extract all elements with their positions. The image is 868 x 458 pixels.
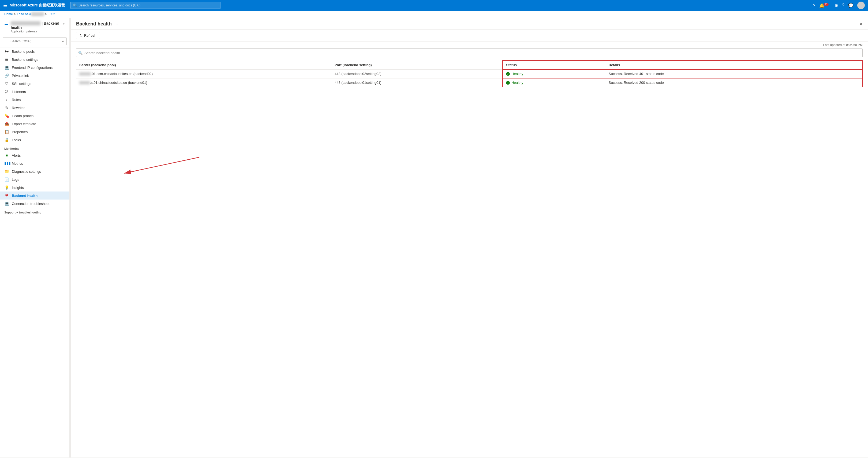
sidebar-item-properties[interactable]: 📋 Properties bbox=[0, 128, 69, 136]
breadcrumb-home[interactable]: Home bbox=[4, 12, 13, 16]
cell-port-1: 443 (backendpool02setting02) bbox=[331, 69, 503, 78]
listeners-icon: 🕊 bbox=[4, 90, 9, 94]
hamburger-menu-icon[interactable]: ☰ bbox=[3, 3, 7, 8]
refresh-button[interactable]: ↻ Refresh bbox=[76, 32, 100, 39]
sidebar-item-diagnostic-settings[interactable]: 📁 Diagnostic settings bbox=[0, 167, 69, 175]
breadcrumb: Home > Load balaxxxxxxxx > ...t02 bbox=[0, 11, 868, 18]
sidebar-item-backend-health[interactable]: ❤ Backend health bbox=[0, 192, 69, 200]
sidebar-item-label: Listeners bbox=[12, 90, 26, 94]
last-updated-label: Last updated at 8:05:50 PM bbox=[71, 41, 868, 48]
sidebar-item-label: Backend settings bbox=[12, 58, 38, 62]
sidebar-item-metrics[interactable]: ▮▮▮ Metrics bbox=[0, 159, 69, 167]
sidebar-item-label: Health probes bbox=[12, 114, 33, 118]
monitoring-section-label: Monitoring bbox=[0, 144, 69, 151]
svg-line-1 bbox=[124, 157, 199, 173]
cloud-shell-icon[interactable]: > bbox=[813, 3, 815, 8]
frontend-ip-icon: 💻 bbox=[4, 65, 9, 70]
status-healthy-badge: ✓ Healthy bbox=[506, 72, 602, 76]
sidebar-item-label: Logs bbox=[12, 177, 19, 182]
sidebar-item-label: Alerts bbox=[12, 154, 21, 158]
sidebar-search-container: 🔍 « bbox=[0, 35, 69, 47]
feedback-icon[interactable]: 💬 bbox=[848, 3, 854, 8]
content-toolbar: ↻ Refresh bbox=[71, 30, 868, 41]
sidebar-nav: 🕶 Backend pools ☰ Backend settings 💻 Fro… bbox=[0, 47, 69, 457]
app-gateway-icon: ☰ bbox=[4, 22, 8, 28]
sidebar-item-backend-pools[interactable]: 🕶 Backend pools bbox=[0, 47, 69, 56]
content-search-icon: 🔍 bbox=[78, 51, 83, 55]
col-header-server: Server (backend pool) bbox=[76, 61, 331, 69]
table-container: Server (backend pool) Port (Backend sett… bbox=[71, 60, 868, 87]
refresh-label: Refresh bbox=[84, 33, 96, 37]
global-search-bar[interactable]: 🔍 Search resources, services, and docs (… bbox=[70, 2, 220, 9]
private-link-icon: 🔗 bbox=[4, 73, 9, 78]
alerts-icon: ■ bbox=[4, 153, 9, 158]
sidebar-item-label: Connection troubleshoot bbox=[12, 202, 50, 206]
insights-icon: 💡 bbox=[4, 185, 9, 190]
refresh-icon: ↻ bbox=[80, 33, 83, 37]
sidebar-item-listeners[interactable]: 🕊 Listeners bbox=[0, 88, 69, 96]
topbar-actions: > 🔔 11 ⚙ ? 💬 bbox=[813, 2, 865, 9]
notifications-icon[interactable]: 🔔 11 bbox=[819, 3, 831, 8]
cell-details-1: Success. Received 401 status code bbox=[606, 69, 862, 78]
cell-server-1: redacted.01.scm.chinacloudsites.cn (back… bbox=[76, 69, 331, 78]
sidebar-item-label: Private link bbox=[12, 74, 29, 78]
logs-icon: 📄 bbox=[4, 177, 9, 182]
sidebar-item-rules[interactable]: ↕ Rules bbox=[0, 96, 69, 104]
sidebar-collapse-button[interactable]: « bbox=[62, 21, 65, 27]
settings-icon[interactable]: ⚙ bbox=[835, 3, 838, 8]
support-section-label: Support + troubleshooting bbox=[0, 207, 69, 215]
backend-health-icon: ❤ bbox=[4, 193, 9, 198]
sidebar-resource-type: Application gateway bbox=[11, 30, 60, 33]
sidebar-item-logs[interactable]: 📄 Logs bbox=[0, 175, 69, 184]
metrics-icon: ▮▮▮ bbox=[4, 161, 9, 166]
sidebar-item-frontend-ip[interactable]: 💻 Frontend IP configurations bbox=[0, 63, 69, 71]
sidebar-title-block: lhappguu2test02 | Backend health Applica… bbox=[11, 21, 60, 33]
backend-health-table: Server (backend pool) Port (Backend sett… bbox=[76, 60, 863, 87]
sidebar-item-label: Properties bbox=[12, 130, 28, 134]
search-icon: 🔍 bbox=[73, 3, 77, 7]
col-header-port: Port (Backend setting) bbox=[331, 61, 503, 69]
sidebar-item-connection-troubleshoot[interactable]: 💻 Connection troubleshoot bbox=[0, 200, 69, 207]
col-header-details: Details bbox=[606, 61, 862, 69]
breadcrumb-sep-2: > bbox=[45, 12, 47, 16]
sidebar-item-label: Backend health bbox=[12, 194, 37, 198]
content-page-title: Backend health bbox=[76, 21, 112, 27]
sidebar-item-label: Rules bbox=[12, 98, 21, 102]
sidebar-item-label: Locks bbox=[12, 138, 21, 142]
sidebar-search-input[interactable] bbox=[3, 37, 67, 45]
sidebar-item-locks[interactable]: 🔒 Locks bbox=[0, 136, 69, 144]
col-header-status: Status bbox=[503, 61, 606, 69]
sidebar-item-alerts[interactable]: ■ Alerts bbox=[0, 151, 69, 159]
sidebar-item-private-link[interactable]: 🔗 Private link bbox=[0, 71, 69, 79]
content-more-button[interactable]: ⋯ bbox=[116, 22, 120, 27]
sidebar-item-insights[interactable]: 💡 Insights bbox=[0, 184, 69, 192]
connection-troubleshoot-icon: 💻 bbox=[4, 201, 9, 206]
sidebar-item-ssl-settings[interactable]: 🛡 SSL settings bbox=[0, 79, 69, 88]
cell-status-2: ✓ Healthy bbox=[503, 78, 606, 87]
content-close-button[interactable]: ✕ bbox=[859, 22, 863, 27]
sidebar-item-label: Insights bbox=[12, 186, 24, 190]
cell-port-2: 443 (backendpool01setting01) bbox=[331, 78, 503, 87]
locks-icon: 🔒 bbox=[4, 138, 9, 142]
search-placeholder: Search resources, services, and docs (G+… bbox=[79, 3, 141, 7]
sidebar-item-label: SSL settings bbox=[12, 82, 31, 86]
cell-details-2: Success. Received 200 status code bbox=[606, 78, 862, 87]
breadcrumb-load-balancer[interactable]: Load balaxxxxxxxx bbox=[17, 12, 44, 16]
avatar[interactable] bbox=[857, 2, 865, 9]
sidebar-item-backend-settings[interactable]: ☰ Backend settings bbox=[0, 56, 69, 63]
sidebar-item-label: Rewrites bbox=[12, 106, 26, 110]
sidebar-collapse-right-icon[interactable]: « bbox=[62, 39, 64, 43]
sidebar-item-label: Diagnostic settings bbox=[12, 169, 41, 173]
sidebar-item-export-template[interactable]: 📤 Export template bbox=[0, 120, 69, 128]
healthy-dot-icon-2: ✓ bbox=[506, 81, 510, 85]
content-search-wrap: 🔍 bbox=[76, 48, 863, 57]
help-icon[interactable]: ? bbox=[842, 3, 844, 8]
content-search-input[interactable] bbox=[76, 48, 863, 57]
sidebar-item-rewrites[interactable]: ✎ Rewrites bbox=[0, 104, 69, 112]
sidebar-item-label: Metrics bbox=[12, 162, 23, 166]
diagnostic-settings-icon: 📁 bbox=[4, 169, 9, 173]
sidebar-item-label: Export template bbox=[12, 122, 36, 126]
sidebar-item-health-probes[interactable]: 💊 Health probes bbox=[0, 112, 69, 120]
content-area: Backend health ⋯ ✕ ↻ Refresh Last update… bbox=[71, 18, 868, 457]
rewrites-icon: ✎ bbox=[4, 105, 9, 110]
